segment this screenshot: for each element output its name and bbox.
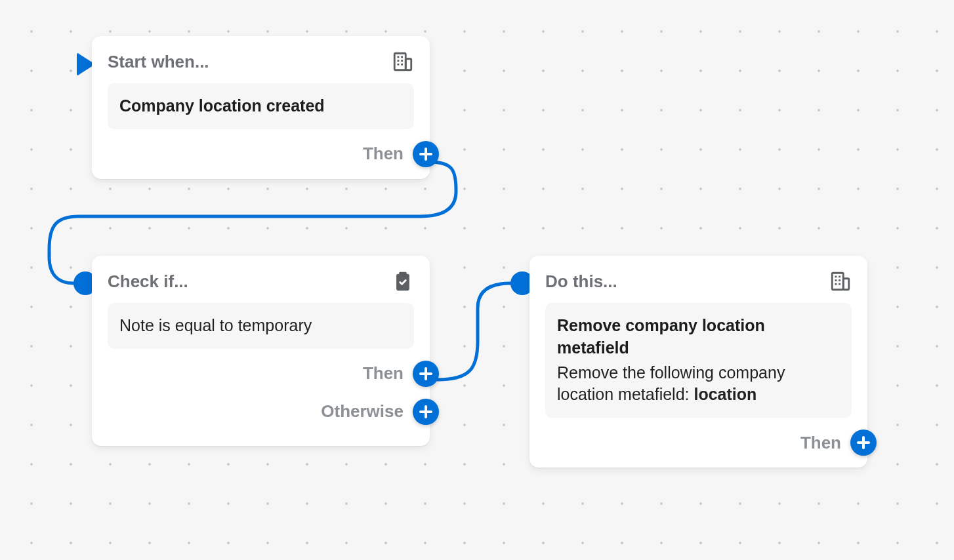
add-otherwise-step-button[interactable] xyxy=(413,399,439,425)
action-card[interactable]: Do this... Remove company location metaf… xyxy=(529,256,867,468)
svg-rect-11 xyxy=(843,279,849,290)
action-title: Remove company location metafield xyxy=(557,315,840,359)
add-step-button[interactable] xyxy=(413,141,439,167)
action-desc-value: location xyxy=(694,385,757,403)
svg-rect-10 xyxy=(832,273,843,290)
then-label: Then xyxy=(363,363,404,384)
condition-otherwise-row: Otherwise xyxy=(321,399,439,425)
action-desc: Remove the following company location me… xyxy=(557,362,840,407)
condition-card[interactable]: Check if... Note is equal to temporary T… xyxy=(92,256,430,446)
condition-body: Note is equal to temporary xyxy=(108,303,414,349)
connector-check-to-do xyxy=(438,283,510,380)
trigger-footer: Then xyxy=(108,141,439,167)
condition-text: Note is equal to temporary xyxy=(119,315,402,337)
then-label: Then xyxy=(363,144,404,164)
add-then-step-button[interactable] xyxy=(413,361,439,387)
workflow-canvas[interactable]: Start when... Company location created xyxy=(0,0,954,560)
condition-card-header: Check if... xyxy=(108,270,414,292)
add-step-button[interactable] xyxy=(850,430,877,456)
condition-footer: Then Otherwise xyxy=(108,361,439,441)
company-icon xyxy=(829,270,852,292)
otherwise-label: Otherwise xyxy=(321,401,404,422)
company-icon xyxy=(392,50,414,73)
then-label: Then xyxy=(800,433,841,453)
trigger-card-header: Start when... xyxy=(108,50,414,73)
action-footer: Then xyxy=(545,430,877,456)
svg-rect-9 xyxy=(399,272,406,276)
trigger-body: Company location created xyxy=(108,83,414,129)
svg-rect-0 xyxy=(394,53,405,70)
condition-label: Check if... xyxy=(108,271,188,292)
trigger-then-row: Then xyxy=(363,141,439,167)
trigger-label: Start when... xyxy=(108,52,209,72)
action-card-header: Do this... xyxy=(545,270,852,292)
trigger-title: Company location created xyxy=(119,95,402,117)
condition-then-row: Then xyxy=(363,361,439,387)
action-then-row: Then xyxy=(800,430,877,456)
clipboard-check-icon xyxy=(392,270,414,292)
trigger-card[interactable]: Start when... Company location created xyxy=(92,36,430,179)
action-body: Remove company location metafield Remove… xyxy=(545,303,852,418)
svg-rect-1 xyxy=(405,59,411,70)
action-label: Do this... xyxy=(545,271,617,292)
